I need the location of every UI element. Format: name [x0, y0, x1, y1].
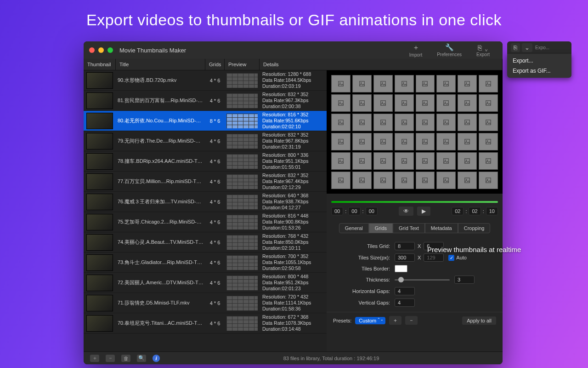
- tiles-size-x-input[interactable]: [395, 253, 415, 262]
- svg-point-55: [403, 140, 404, 141]
- video-list[interactable]: 90.水形物语.BD.720p.mkv4 * 6Resolution: 1280…: [84, 70, 327, 351]
- col-preview[interactable]: Preview: [225, 59, 260, 70]
- svg-rect-48: [339, 139, 344, 144]
- titlebar: Movie Thumbnails Maker ＋ Import 🔧 Prefer…: [84, 41, 503, 59]
- tab-general[interactable]: General: [339, 223, 369, 233]
- svg-point-57: [424, 140, 425, 141]
- table-row[interactable]: 80.老无所依.No.Cou....Rip.MiniSD-TLF.mkv8 * …: [84, 111, 327, 131]
- import-label: Import: [409, 52, 422, 58]
- eye-icon[interactable]: 👁: [399, 207, 413, 216]
- table-row[interactable]: 81.贫民窟的百万富翁....Rip.MiniSD-TLF.mkv4 * 6Re…: [84, 91, 327, 111]
- add-button[interactable]: ＋: [90, 355, 99, 362]
- play-icon[interactable]: ▶: [417, 207, 430, 216]
- image-icon: [485, 100, 492, 106]
- chevron-down-icon[interactable]: ⌄: [522, 43, 532, 52]
- auto-checkbox[interactable]: ✓: [448, 255, 454, 261]
- col-details[interactable]: Details: [260, 59, 503, 70]
- start-hh[interactable]: 00: [331, 207, 343, 215]
- svg-rect-94: [486, 178, 491, 183]
- tab-cropping[interactable]: Cropping: [458, 223, 491, 233]
- image-icon: [422, 138, 428, 145]
- col-thumbnail[interactable]: Thumbnail: [84, 59, 116, 70]
- vgaps-input[interactable]: [395, 299, 415, 307]
- table-row[interactable]: 77.百万宝贝.Million....Rip.miniSD-TLF.mkv4 *…: [84, 172, 327, 192]
- row-thumbnail: [84, 313, 116, 334]
- table-row[interactable]: 71.莎翁情史.D5.Minisd-TLF.mkv4 * 6Resolution…: [84, 293, 327, 313]
- apply-all-button[interactable]: Apply to all: [462, 316, 496, 325]
- end-hh[interactable]: 02: [452, 207, 464, 215]
- menu-export[interactable]: Export...: [507, 56, 571, 66]
- image-icon: [422, 177, 428, 184]
- start-mm[interactable]: 00: [348, 207, 360, 215]
- thickness-slider[interactable]: [395, 279, 450, 281]
- start-time[interactable]: 00: 00: 00: [331, 207, 378, 215]
- image-icon: [359, 80, 365, 87]
- row-thumbnail: [84, 273, 116, 293]
- preferences-button[interactable]: 🔧 Preferences: [430, 43, 469, 57]
- table-row[interactable]: 70.泰坦尼克号.Titani...AC.miniSD-TLF.mkv4 * 6…: [84, 313, 327, 334]
- preset-add-button[interactable]: ＋: [389, 316, 401, 325]
- svg-rect-2: [360, 81, 365, 86]
- svg-point-15: [487, 82, 488, 83]
- row-thumbnail: [84, 212, 116, 232]
- timeline-slider[interactable]: [331, 201, 498, 203]
- table-row[interactable]: 79.无间行者.The.De....Rip.MiniSD-TLF.mkv4 * …: [84, 131, 327, 151]
- timeline-section: 00: 00: 00 👁 ▶ 02: 02: 10: [327, 194, 503, 219]
- hgaps-input[interactable]: [395, 287, 415, 295]
- remove-button[interactable]: －: [106, 355, 115, 362]
- grid-cell: [373, 133, 393, 150]
- row-preview: [225, 193, 260, 211]
- svg-point-65: [339, 160, 340, 161]
- svg-rect-24: [423, 101, 428, 106]
- thickness-input[interactable]: [454, 276, 475, 284]
- menu-export-gif[interactable]: Export as GIF...: [507, 66, 571, 76]
- export-button[interactable]: ⎘ ⌄ Export: [469, 44, 497, 57]
- table-row[interactable]: 74.美丽心灵.A.Beaut....TV.MiniSD-TLF.mkv4 * …: [84, 232, 327, 253]
- image-icon: [422, 100, 428, 106]
- row-details: Resolution: 768 * 432Data Rate:850.0Kbps…: [260, 232, 327, 252]
- grid-cell: [331, 114, 351, 131]
- svg-point-87: [403, 179, 404, 180]
- close-icon[interactable]: [89, 47, 95, 53]
- grid-cell: [395, 172, 414, 189]
- start-ss[interactable]: 00: [366, 207, 378, 215]
- grid-cell: [352, 152, 372, 170]
- col-title[interactable]: Title: [116, 59, 205, 70]
- tiles-grid-x-input[interactable]: [395, 242, 415, 250]
- tab-grid-text[interactable]: Grid Text: [393, 223, 425, 233]
- import-button[interactable]: ＋ Import: [402, 43, 430, 58]
- col-grids[interactable]: Grids: [205, 59, 225, 70]
- svg-rect-0: [339, 81, 344, 86]
- svg-rect-42: [444, 120, 449, 125]
- svg-rect-34: [360, 120, 365, 125]
- preset-remove-button[interactable]: －: [405, 316, 418, 325]
- table-row[interactable]: 75.芝加哥.Chicago.2....Rip.MiniSD-TLF.mkv4 …: [84, 212, 327, 232]
- svg-point-95: [487, 179, 488, 180]
- minimize-icon[interactable]: [98, 47, 104, 53]
- svg-rect-62: [486, 139, 491, 144]
- border-color-swatch[interactable]: [395, 265, 407, 272]
- image-icon: [338, 138, 344, 145]
- table-row[interactable]: 73.角斗士.Gladiator....Rip.MiniSD-TLF.mkv4 …: [84, 253, 327, 273]
- info-icon[interactable]: i: [153, 355, 160, 362]
- svg-point-75: [445, 160, 446, 161]
- grid-cell: [373, 172, 393, 189]
- end-ss[interactable]: 10: [486, 207, 498, 215]
- table-row[interactable]: 76.魔戒３王者归来加....TV.miniSD-TLF.mkv4 * 6Res…: [84, 192, 327, 212]
- search-icon[interactable]: 🔍: [137, 355, 146, 362]
- table-row[interactable]: 78.撞车.BDRip.x264.AAC.miniSD-TLF.mkv4 * 6…: [84, 151, 327, 172]
- tab-metadata[interactable]: Metadata: [425, 223, 458, 233]
- trash-icon[interactable]: 🗑: [121, 355, 130, 362]
- end-time[interactable]: 02: 02: 10: [452, 207, 498, 215]
- end-mm[interactable]: 02: [469, 207, 481, 215]
- zoom-icon[interactable]: [107, 47, 113, 53]
- export-icon[interactable]: ⎘: [511, 43, 520, 52]
- table-row[interactable]: 72.美国丽人.Americ...DTV.MiniSD-TLF.mkv4 * 6…: [84, 273, 327, 293]
- table-row[interactable]: 90.水形物语.BD.720p.mkv4 * 6Resolution: 1280…: [84, 70, 327, 91]
- grid-cell: [436, 172, 456, 189]
- row-grids: 4 * 6: [205, 138, 225, 144]
- tab-grids[interactable]: Grids: [369, 223, 393, 233]
- svg-point-11: [445, 82, 446, 83]
- tiles-size-y-input[interactable]: [424, 253, 444, 262]
- presets-select[interactable]: Custom: [355, 317, 385, 324]
